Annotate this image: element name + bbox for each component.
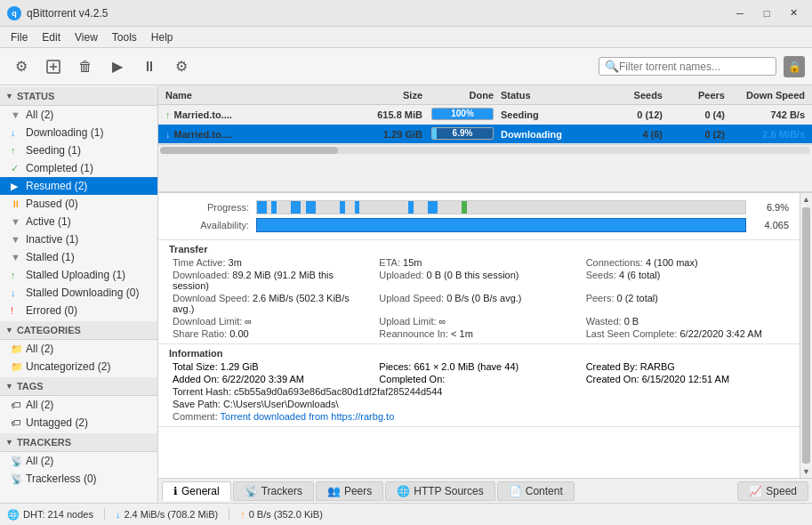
- sidebar-item-uncategorized[interactable]: 📁 Uncategorized (2): [0, 358, 157, 376]
- detail-scrollbar[interactable]: ▲ ▼: [800, 193, 812, 478]
- sidebar-item-all[interactable]: ▼ All (2): [0, 106, 157, 124]
- col-header-peers[interactable]: Peers: [666, 90, 728, 101]
- transfer-ul-limit: Upload Limit: ∞: [375, 315, 582, 327]
- transfer-downloaded: Downloaded: 89.2 MiB (91.2 MiB this sess…: [169, 269, 375, 292]
- sidebar-item-stalled-uploading[interactable]: ↑ Stalled Uploading (1): [0, 266, 157, 284]
- downloading-arrow-icon: ↓: [165, 129, 171, 140]
- remove-button[interactable]: 🗑: [71, 52, 100, 81]
- sidebar-trackerless-label: Trackerless (0): [26, 472, 97, 485]
- sidebar: ▼ STATUS ▼ All (2) ↓ Downloading (1) ↑ S…: [0, 85, 158, 503]
- menu-edit[interactable]: Edit: [35, 29, 68, 45]
- minimize-button[interactable]: ─: [728, 5, 752, 21]
- tab-content[interactable]: 📄 Content: [497, 481, 575, 501]
- transfer-grid: Time Active: 3m ETA: 15m Connections: 4 …: [169, 256, 789, 340]
- info-pieces: Pieces: 661 × 2.0 MiB (have 44): [375, 360, 582, 373]
- torrent-seeds-1: 0 (12): [604, 109, 666, 120]
- sidebar-item-errored[interactable]: ! Errored (0): [0, 302, 157, 319]
- sidebar-item-resumed[interactable]: ▶ Resumed (2): [0, 177, 157, 195]
- torrent-status-2: Downloading: [497, 129, 604, 140]
- maximize-button[interactable]: □: [755, 5, 778, 21]
- sidebar-category-all-label: All (2): [26, 343, 53, 355]
- torrent-status-1: Seeding: [497, 109, 604, 120]
- pause-button[interactable]: ⏸: [135, 52, 164, 81]
- search-box[interactable]: 🔍: [599, 57, 776, 76]
- tab-http-sources[interactable]: 🌐 HTTP Sources: [385, 481, 494, 501]
- search-input[interactable]: [619, 61, 770, 73]
- sidebar-item-category-all[interactable]: 📁 All (2): [0, 340, 157, 358]
- menu-tools[interactable]: Tools: [105, 29, 144, 45]
- dht-label: DHT: 214 nodes: [23, 509, 93, 520]
- sidebar-item-stalled[interactable]: ▼ Stalled (1): [0, 248, 157, 266]
- table-row[interactable]: ↓ Married.to.... 1.29 GiB 6.9% Downloadi…: [158, 125, 812, 144]
- col-header-status[interactable]: Status: [497, 90, 604, 101]
- down-speed-status: ↓ 2.4 MiB/s (708.2 MiB): [116, 509, 218, 520]
- transfer-seeds: Seeds: 4 (6 total): [583, 269, 789, 292]
- menu-file[interactable]: File: [4, 29, 35, 45]
- sidebar-uncategorized-label: Uncategorized (2): [26, 360, 110, 373]
- peers-tab-label: Peers: [344, 485, 372, 497]
- settings-button[interactable]: ⚙: [167, 52, 196, 81]
- tab-general[interactable]: ℹ General: [162, 481, 231, 501]
- options-button[interactable]: ⚙: [7, 52, 36, 81]
- col-header-seeds[interactable]: Seeds: [604, 90, 666, 101]
- search-icon: 🔍: [605, 60, 619, 73]
- resume-button[interactable]: ▶: [103, 52, 132, 81]
- tab-trackers[interactable]: 📡 Trackers: [233, 481, 314, 501]
- sidebar-status-header[interactable]: ▼ STATUS: [0, 87, 157, 106]
- tab-peers[interactable]: 👥 Peers: [316, 481, 383, 501]
- down-speed-icon: ↓: [116, 509, 121, 520]
- sidebar-item-stalled-downloading[interactable]: ↓ Stalled Downloading (0): [0, 284, 157, 302]
- sidebar-item-completed[interactable]: ✓ Completed (1): [0, 159, 157, 177]
- col-header-downspeed[interactable]: Down Speed: [728, 90, 808, 101]
- check-icon: ✓: [11, 163, 21, 174]
- sidebar-tags-header[interactable]: ▼ TAGS: [0, 377, 157, 396]
- lock-button[interactable]: 🔒: [784, 56, 805, 77]
- app-title: qBittorrent v4.2.5: [27, 7, 728, 20]
- transfer-peers: Peers: 0 (2 total): [583, 292, 789, 315]
- sidebar-item-seeding[interactable]: ↑ Seeding (1): [0, 141, 157, 159]
- sidebar-resumed-label: Resumed (2): [26, 180, 87, 192]
- menu-help[interactable]: Help: [144, 29, 181, 45]
- scroll-down-btn[interactable]: ▼: [800, 465, 812, 478]
- sidebar-trackers-label: TRACKERS: [17, 437, 71, 448]
- sidebar-item-paused[interactable]: ⏸ Paused (0): [0, 195, 157, 213]
- add-torrent-button[interactable]: [39, 52, 68, 81]
- sidebar-item-active[interactable]: ▼ Active (1): [0, 213, 157, 230]
- menu-view[interactable]: View: [68, 29, 105, 45]
- dht-status: 🌐 DHT: 214 nodes: [7, 509, 93, 521]
- availability-value: 4.065: [753, 220, 789, 230]
- info-created-by: Created By: RARBG: [583, 360, 789, 373]
- sidebar-item-tracker-all[interactable]: 📡 All (2): [0, 452, 157, 470]
- info-completed-on: Completed On:: [375, 373, 582, 385]
- sidebar-categories-header[interactable]: ▼ CATEGORIES: [0, 321, 157, 340]
- sidebar-item-inactive[interactable]: ▼ Inactive (1): [0, 230, 157, 248]
- progress-label: Progress:: [169, 202, 249, 213]
- status-divider-2: [229, 508, 229, 521]
- sidebar-trackers-header[interactable]: ▼ TRACKERS: [0, 433, 157, 452]
- torrent-downspeed-1: 742 B/s: [728, 109, 808, 120]
- close-button[interactable]: ✕: [782, 5, 805, 21]
- col-header-size[interactable]: Size: [355, 90, 426, 101]
- transfer-time-active: Time Active: 3m: [169, 256, 375, 269]
- col-header-name[interactable]: Name: [162, 90, 355, 101]
- scrollbar-thumb-v[interactable]: [802, 207, 810, 464]
- sidebar-item-untagged[interactable]: 🏷 Untagged (2): [0, 414, 157, 432]
- sidebar-item-downloading[interactable]: ↓ Downloading (1): [0, 124, 157, 141]
- tracker-icon: 📡: [11, 456, 21, 467]
- col-header-done[interactable]: Done: [426, 90, 497, 101]
- sidebar-tags-label: TAGS: [17, 381, 44, 392]
- horizontal-scrollbar[interactable]: [158, 144, 812, 155]
- peers-tab-icon: 👥: [327, 485, 341, 497]
- scrollbar-thumb[interactable]: [160, 147, 338, 154]
- up-speed-icon: ↑: [240, 509, 245, 520]
- sidebar-active-label: Active (1): [26, 215, 71, 228]
- scroll-up-btn[interactable]: ▲: [800, 193, 812, 206]
- sidebar-item-trackerless[interactable]: 📡 Trackerless (0): [0, 470, 157, 488]
- table-row[interactable]: ↑ Married.to.... 615.8 MiB 100% Seeding …: [158, 105, 812, 125]
- comment-value[interactable]: Torrent downloaded from https://rarbg.to: [221, 411, 395, 422]
- speed-button[interactable]: 📈 Speed: [737, 481, 808, 501]
- sidebar-tracker-all-label: All (2): [26, 455, 53, 467]
- torrent-hash-row: Torrent Hash: c5b55a9d0a693e86d5ac80d1df…: [169, 385, 789, 398]
- sidebar-item-tag-all[interactable]: 🏷 All (2): [0, 396, 157, 414]
- info-total-size: Total Size: 1.29 GiB: [169, 360, 375, 373]
